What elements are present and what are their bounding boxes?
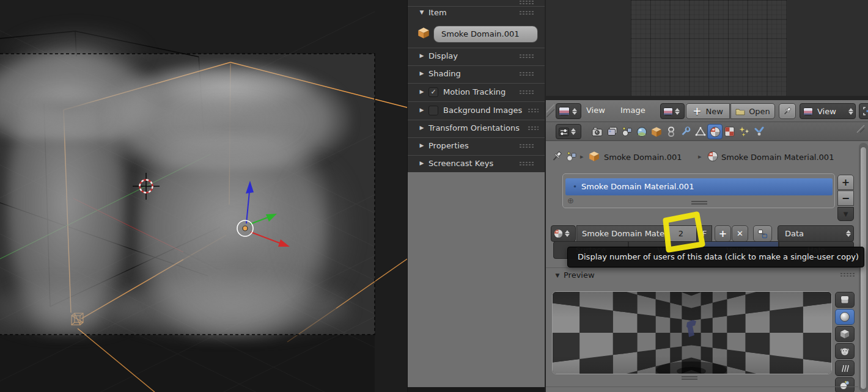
panel-grip-icon[interactable] — [519, 71, 534, 76]
add-material-slot-button[interactable]: + — [837, 175, 854, 190]
fake-user-button[interactable]: F — [697, 225, 712, 242]
image-editor-header: View Image + New Open — [546, 100, 868, 122]
display-channels-button[interactable] — [859, 103, 868, 119]
tab-physics[interactable] — [751, 124, 767, 139]
scrollbar-track[interactable] — [859, 143, 868, 392]
tab-constraints[interactable] — [663, 124, 679, 139]
preview-monkey-button[interactable] — [835, 343, 855, 359]
editor-type-button[interactable] — [556, 124, 581, 139]
preview-cube-button[interactable] — [835, 326, 855, 342]
properties-editor-icon — [559, 128, 569, 136]
expand-arrow-icon[interactable]: ▶ — [417, 53, 426, 59]
tab-scene[interactable] — [619, 124, 634, 139]
render-border-dashed — [0, 54, 375, 335]
slot-dot-icon: • — [573, 178, 577, 195]
tab-particles[interactable] — [737, 124, 752, 139]
uv-grid — [631, 0, 787, 96]
users-count-tooltip: Display number of users of this data (cl… — [567, 247, 864, 267]
nodes-icon — [757, 229, 768, 239]
pin-icon — [782, 106, 792, 116]
3d-cursor[interactable] — [133, 173, 160, 200]
add-slot-circle-icon[interactable]: ⊕ — [567, 196, 574, 205]
image-icon — [663, 107, 673, 115]
expand-arrow-icon[interactable]: ▶ — [417, 142, 426, 148]
material-sphere-icon — [554, 229, 563, 238]
new-image-button[interactable]: + New — [686, 103, 730, 119]
material-name-field[interactable]: Smoke Domain Mate. — [576, 225, 665, 242]
breadcrumb-separator: ▸ — [580, 153, 584, 161]
browse-material-button[interactable] — [551, 225, 576, 242]
tab-modifiers[interactable] — [678, 124, 693, 139]
panel-grip-icon[interactable] — [519, 161, 534, 166]
expand-arrow-icon[interactable]: ▼ — [417, 9, 426, 15]
checkbox-unchecked-icon[interactable] — [428, 106, 438, 115]
expand-arrow-icon[interactable]: ▶ — [417, 107, 426, 113]
pin-toggle-button[interactable] — [779, 103, 796, 119]
unlink-material-button[interactable]: ✕ — [732, 225, 748, 242]
expand-arrow-icon[interactable]: ▶ — [417, 89, 426, 95]
breadcrumb-object[interactable]: Smoke Domain.001 — [604, 153, 682, 162]
transform-manipulator[interactable] — [237, 181, 290, 247]
tab-world[interactable] — [634, 124, 649, 139]
plus-icon: + — [693, 105, 701, 117]
preview-flat-button[interactable] — [835, 292, 855, 308]
slot-specials-menu-button[interactable]: ▼ — [837, 207, 854, 221]
panel-grip-icon[interactable] — [519, 54, 534, 59]
tab-texture[interactable] — [722, 124, 737, 139]
expand-arrow-icon[interactable]: ▶ — [417, 70, 426, 76]
panel-grip-icon[interactable] — [519, 90, 534, 95]
object-name-field[interactable]: Smoke Domain.001 — [433, 26, 538, 43]
breadcrumb-material[interactable]: Smoke Domain Material.001 — [721, 153, 834, 162]
panel-grip-icon[interactable] — [519, 143, 534, 148]
checkbox-checked-icon[interactable]: ✓ — [428, 87, 438, 97]
folder-icon — [735, 107, 745, 115]
new-material-button[interactable]: + — [715, 225, 731, 242]
expand-arrow-icon[interactable]: ▼ — [553, 272, 562, 278]
preview-hair-button[interactable] — [835, 360, 855, 376]
object-cube-icon — [417, 27, 430, 39]
tab-object-data[interactable] — [693, 124, 708, 139]
datablock-link-dropdown[interactable]: Data — [778, 225, 854, 242]
view-menu[interactable]: View — [586, 106, 605, 115]
properties-editor-header — [546, 122, 868, 141]
scene-breadcrumb-icon[interactable] — [566, 151, 578, 162]
panel-grip-icon[interactable] — [840, 272, 855, 277]
remove-material-slot-button[interactable]: − — [837, 191, 854, 206]
panel-grip-icon[interactable] — [528, 126, 539, 131]
object-cube-icon — [589, 151, 600, 162]
preview-sphere-button[interactable] — [835, 309, 855, 325]
breadcrumb-separator: ▸ — [698, 153, 702, 161]
material-users-count-button[interactable]: 2 — [665, 225, 697, 242]
expand-arrow-icon[interactable]: ▶ — [417, 160, 426, 166]
image-menu[interactable]: Image — [620, 106, 645, 115]
panel-grip-icon[interactable] — [528, 108, 539, 113]
browse-image-button[interactable] — [660, 103, 685, 119]
preview-resize-grip[interactable] — [682, 376, 697, 377]
material-slot-selected[interactable]: • Smoke Domain Material.001 — [565, 178, 833, 195]
expand-arrow-icon[interactable]: ▶ — [417, 125, 426, 131]
scrollbar-thumb[interactable] — [860, 147, 867, 390]
render-result-icon — [862, 106, 868, 116]
image-icon — [803, 107, 813, 115]
tab-material[interactable] — [707, 124, 723, 139]
tab-object[interactable] — [649, 124, 664, 139]
3d-viewport[interactable] — [0, 0, 407, 392]
panel-grip-icon[interactable] — [519, 0, 534, 5]
preview-panel-title[interactable]: Preview — [564, 270, 595, 280]
region-corner-grip[interactable] — [546, 104, 555, 120]
panel-grip-icon[interactable] — [519, 10, 534, 15]
region-resize-corner[interactable] — [856, 124, 866, 134]
right-editors-column: View Image + New Open — [545, 0, 868, 392]
list-resize-grip[interactable] — [691, 201, 707, 202]
display-mode-dropdown[interactable]: View — [800, 103, 856, 119]
editor-type-button[interactable] — [556, 103, 581, 119]
blender-window: ▼ Item Smoke Domain.001 ▶ Display ▶ Shad… — [0, 0, 868, 392]
image-editor-canvas[interactable] — [546, 0, 868, 96]
specials-triangle-icon: ▼ — [844, 211, 848, 217]
preview-world-button[interactable] — [835, 377, 855, 392]
open-image-button[interactable]: Open — [730, 103, 775, 119]
use-nodes-button[interactable] — [753, 225, 772, 242]
tab-render-layers[interactable] — [605, 124, 620, 139]
pin-icon[interactable] — [551, 150, 563, 162]
tab-render[interactable] — [590, 124, 605, 139]
